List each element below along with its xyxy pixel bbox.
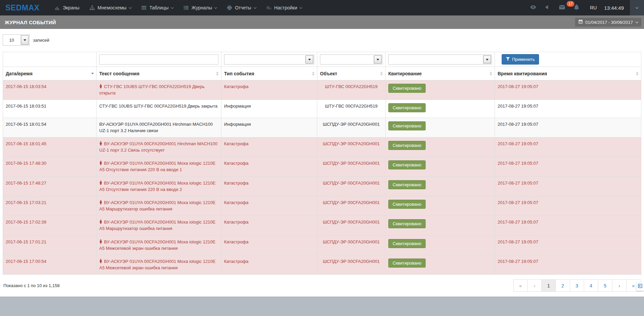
nav-item-mnemoschemes[interactable]: Мнемосхемы <box>84 0 136 15</box>
ack-status-button[interactable]: Сквитировано <box>388 180 426 189</box>
ack-status-button[interactable]: Сквитировано <box>388 160 426 169</box>
sitemap-icon <box>90 5 95 10</box>
nav-item-settings[interactable]: Настройки <box>261 0 307 15</box>
cell-event-type: Катастрофа <box>221 157 317 176</box>
message-text: ВУ-АСКУЭР 01UYA 00CFA20GH001 Hirchman MA… <box>99 122 213 133</box>
language-selector[interactable]: RU <box>584 0 603 15</box>
content-panel: 10 записей <box>0 29 644 297</box>
eye-button[interactable] <box>526 0 540 15</box>
nav-item-reports[interactable]: Отчеты <box>222 0 261 15</box>
cell-object: ШСПДУ-ЭР 00CFA20GH001 <box>317 118 386 137</box>
app-window: SEDMAX Экраны Мнемосхемы Таблицы Журналы… <box>0 0 644 316</box>
person-icon <box>99 259 102 265</box>
table-header-row: Дата/время Текст сообщения Тип события О… <box>3 67 641 80</box>
pagination-first[interactable]: « <box>513 279 528 292</box>
object-filter-select[interactable] <box>320 54 383 65</box>
message-text: ВУ-АСКУЭР 01UYA 00CFA20GH001 Moxa iologi… <box>99 259 216 270</box>
pagination-page-3[interactable]: 3 <box>570 279 584 292</box>
cell-event-type: Катастрофа <box>221 216 317 235</box>
apply-filter-button[interactable]: Применить <box>502 54 539 65</box>
cell-event-type: Катастрофа <box>221 255 317 275</box>
table-row[interactable]: 2017-06-15 17:48:27 ВУ-АСКУЭР 01UYA 00CF… <box>3 176 641 196</box>
cell-ack-time: 2017-08-27 19:05:07 <box>495 196 641 215</box>
table-row[interactable]: 2017-06-15 18:01:45 ВУ-АСКУЭР 01UYA 00CF… <box>3 137 641 157</box>
message-text: СТУ-ГВС 10UBS ШТУ-ГВС 00CFA22GH519 Дверь… <box>99 104 217 109</box>
pagination-next[interactable]: › <box>612 279 627 292</box>
ack-status-button[interactable]: Сквитировано <box>388 219 426 228</box>
nav-item-journals[interactable]: Журналы <box>178 0 222 15</box>
pagination-page-4[interactable]: 4 <box>584 279 598 292</box>
page-size-value: 10 <box>3 35 20 45</box>
table-row[interactable]: 2017-06-15 18:03:51 СТУ-ГВС 10UBS ШТУ-ГВ… <box>3 100 641 118</box>
ack-status-button[interactable]: Сквитировано <box>388 84 426 93</box>
cell-ack-time: 2017-08-27 19:05:07 <box>495 235 641 255</box>
server-clock: 13:44:49 <box>603 0 630 15</box>
ack-status-button[interactable]: Сквитировано <box>388 141 426 150</box>
alarms-button[interactable]: 17 <box>569 0 584 15</box>
table-row[interactable]: 2017-06-15 17:00:54 ВУ-АСКУЭР 01UYA 00CF… <box>3 255 641 275</box>
ack-status-button[interactable]: Сквитировано <box>388 200 426 209</box>
ack-status-button[interactable]: Сквитировано <box>388 103 426 112</box>
caret-down-icon <box>486 59 489 62</box>
bar-chart-icon <box>55 5 60 10</box>
table-row[interactable]: 2017-06-15 17:02:39 ВУ-АСКУЭР 01UYA 00CF… <box>3 216 641 235</box>
pagination-page-2[interactable]: 2 <box>556 279 570 292</box>
pagination-prev[interactable]: ‹ <box>528 279 542 292</box>
column-header-type[interactable]: Тип события <box>221 67 317 80</box>
date-range-picker[interactable]: 01/04/2017 - 30/06/2017 <box>575 18 641 27</box>
cell-object: ШТУ-ГВС 00CFA22GH519 <box>317 100 386 118</box>
user-menu-button[interactable] <box>630 0 644 15</box>
event-type-filter-value <box>224 55 305 64</box>
column-header-message[interactable]: Текст сообщения <box>97 67 221 80</box>
gears-icon <box>266 5 272 10</box>
ack-status-button[interactable]: Сквитировано <box>388 259 426 268</box>
cell-ack: Сквитировано <box>386 255 495 275</box>
cell-ack: Сквитировано <box>386 216 495 235</box>
nav-label: Настройки <box>274 5 297 10</box>
date-range-label: 01/04/2017 - 30/06/2017 <box>585 20 633 25</box>
sort-icon <box>490 72 492 76</box>
chevron-down-icon <box>171 6 174 8</box>
cell-ack: Сквитировано <box>386 80 495 100</box>
select-arrow-button[interactable] <box>483 55 491 64</box>
chevron-down-icon <box>129 6 132 8</box>
nav-item-tables[interactable]: Таблицы <box>136 0 178 15</box>
pagination-page-5[interactable]: 5 <box>598 279 612 292</box>
nav-item-screens[interactable]: Экраны <box>49 0 84 15</box>
column-header-datetime[interactable]: Дата/время <box>3 67 97 80</box>
table-row[interactable]: 2017-06-15 17:01:21 ВУ-АСКУЭР 01UYA 00CF… <box>3 235 641 255</box>
table-row[interactable]: 2017-06-15 17:48:30 ВУ-АСКУЭР 01UYA 00CF… <box>3 157 641 176</box>
sedmax-logo[interactable]: SEDMAX <box>0 0 49 15</box>
column-header-ack-time[interactable]: Время квитирования <box>495 67 641 80</box>
bell-icon <box>574 4 579 11</box>
cell-message: ВУ-АСКУЭР 01UYA 00CFA20GH001 Moxa iologi… <box>97 196 221 215</box>
ack-filter-select[interactable] <box>388 54 492 65</box>
column-header-ack[interactable]: Квитирование <box>386 67 495 80</box>
table-row[interactable]: 2017-06-15 18:03:54 СТУ-ГВС 10UBS ШТУ-ГВ… <box>3 80 641 100</box>
floating-panel-toggle[interactable] <box>636 282 644 291</box>
pagination-page-1[interactable]: 1 <box>542 279 556 292</box>
message-filter-input[interactable] <box>99 54 218 65</box>
person-icon <box>99 161 102 167</box>
table-row[interactable]: 2017-06-15 17:03:21 ВУ-АСКУЭР 01UYA 00CF… <box>3 196 641 215</box>
alarm-count-badge: 17 <box>567 1 574 7</box>
event-type-filter-select[interactable] <box>224 54 314 65</box>
cell-event-type: Катастрофа <box>221 176 317 196</box>
chevron-down-icon <box>636 6 638 8</box>
eye-icon <box>530 4 536 11</box>
select-arrow-button[interactable] <box>374 55 382 64</box>
cell-object: ШСПДУ-ЭР 00CFA20GH001 <box>317 137 386 157</box>
select-arrow-button[interactable] <box>21 35 29 45</box>
ack-status-button[interactable]: Сквитировано <box>388 239 426 248</box>
person-icon <box>99 239 102 245</box>
column-header-object[interactable]: Объект <box>317 67 386 80</box>
cell-object: ШСПДУ-ЭР 00CFA20GH001 <box>317 255 386 275</box>
filter-cell-object <box>317 52 386 67</box>
sound-button[interactable] <box>540 0 555 15</box>
table-row[interactable]: 2017-06-15 18:01:54 ВУ-АСКУЭР 01UYA 00CF… <box>3 118 641 137</box>
select-arrow-button[interactable] <box>306 55 313 64</box>
panel-arrow-icon <box>638 283 642 289</box>
person-icon <box>99 141 102 147</box>
page-size-select[interactable]: 10 <box>3 34 30 46</box>
ack-status-button[interactable]: Сквитировано <box>388 121 426 130</box>
